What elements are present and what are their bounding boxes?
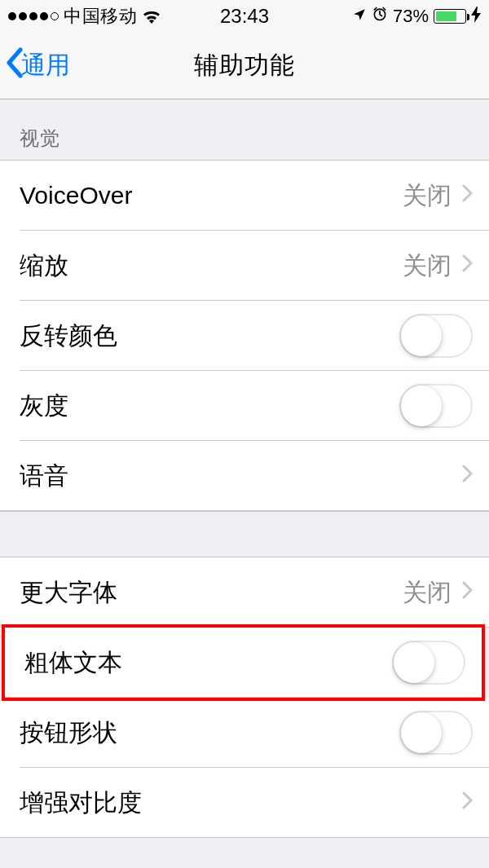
wifi-icon: [142, 9, 161, 24]
row-label: 按钮形状: [20, 716, 399, 750]
chevron-right-icon: [461, 579, 473, 606]
list-text: 更大字体 关闭: [0, 557, 489, 628]
toggle-grayscale[interactable]: [399, 384, 473, 428]
row-label: 更大字体: [20, 576, 403, 610]
location-icon: [352, 6, 367, 27]
section-header-vision: 视觉: [0, 99, 489, 160]
row-button-shapes[interactable]: 按钮形状: [0, 698, 489, 768]
page-title: 辅助功能: [194, 49, 295, 82]
row-speech[interactable]: 语音: [0, 441, 489, 511]
row-label: 缩放: [20, 249, 403, 283]
chevron-right-icon: [461, 790, 473, 816]
toggle-button-shapes[interactable]: [399, 711, 473, 755]
navigation-bar: 通用 辅助功能: [0, 33, 489, 99]
row-value: 关闭: [403, 249, 452, 283]
row-invert-colors[interactable]: 反转颜色: [0, 301, 489, 371]
row-label: 粗体文本: [24, 646, 392, 680]
battery-percent: 73%: [393, 6, 429, 27]
row-label: VoiceOver: [20, 182, 403, 209]
content-scroll[interactable]: 视觉 VoiceOver 关闭 缩放 关闭 反转颜色 灰度 语音: [0, 99, 489, 868]
list-text-continued: 按钮形状 增强对比度: [0, 698, 489, 838]
row-label: 反转颜色: [20, 319, 399, 353]
row-bold-text[interactable]: 粗体文本: [5, 628, 482, 698]
toggle-bold-text[interactable]: [392, 641, 465, 685]
row-increase-contrast[interactable]: 增强对比度: [0, 768, 489, 838]
alarm-icon: [372, 6, 388, 27]
chevron-right-icon: [461, 253, 473, 279]
status-left: 中国移动: [8, 4, 161, 29]
battery-icon: [434, 9, 466, 24]
row-larger-text[interactable]: 更大字体 关闭: [0, 557, 489, 628]
chevron-right-icon: [461, 463, 473, 489]
status-bar: 中国移动 23:43 73%: [0, 0, 489, 33]
list-vision: VoiceOver 关闭 缩放 关闭 反转颜色 灰度 语音: [0, 160, 489, 511]
back-label: 通用: [21, 49, 70, 82]
row-value: 关闭: [403, 576, 452, 610]
back-button[interactable]: 通用: [5, 33, 70, 99]
status-right: 73%: [352, 6, 481, 27]
row-value: 关闭: [403, 179, 452, 213]
row-label: 增强对比度: [20, 786, 461, 820]
toggle-invert-colors[interactable]: [399, 314, 473, 358]
row-voiceover[interactable]: VoiceOver 关闭: [0, 161, 489, 231]
row-label: 灰度: [20, 390, 399, 423]
status-time: 23:43: [220, 5, 269, 28]
charging-icon: [471, 7, 481, 27]
signal-strength-icon: [8, 12, 59, 20]
row-label: 语音: [20, 460, 461, 493]
chevron-right-icon: [461, 183, 473, 209]
row-grayscale[interactable]: 灰度: [0, 371, 489, 441]
row-zoom[interactable]: 缩放 关闭: [0, 231, 489, 301]
section-spacer: [0, 511, 489, 557]
chevron-left-icon: [5, 47, 23, 84]
highlight-annotation: 粗体文本: [2, 624, 485, 701]
carrier-label: 中国移动: [64, 4, 137, 29]
